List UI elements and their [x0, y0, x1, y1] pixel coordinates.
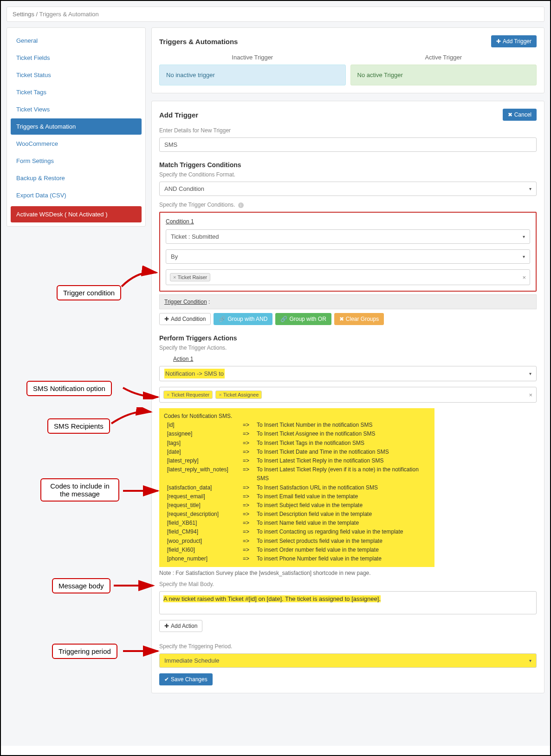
code-name: [field_CM94] — [164, 528, 243, 536]
arrow-text: => — [243, 492, 257, 501]
arrow-icon — [111, 579, 158, 593]
check-icon: ✔ — [164, 676, 169, 683]
arrow-text: => — [243, 510, 257, 519]
code-name: [woo_product] — [164, 537, 243, 546]
triggers-heading: Triggers & Automations — [159, 38, 238, 46]
sidebar-item-ticket-fields[interactable]: Ticket Fields — [11, 50, 142, 66]
triggers-panel: Triggers & Automations ✚ Add Trigger Ina… — [151, 27, 545, 93]
arrow-text: => — [243, 519, 257, 528]
code-row: [tags]=>To Insert Ticket Tags in the not… — [164, 439, 430, 448]
code-desc: To Insert Ticket Assignee in the notific… — [257, 430, 430, 438]
condition-1-field-select[interactable]: Ticket : Submitted — [166, 229, 530, 244]
add-condition-button[interactable]: ✚ Add Condition — [159, 313, 211, 325]
sidebar-item-backup-restore[interactable]: Backup & Restore — [11, 170, 142, 186]
trigger-condition-bar: Trigger Condition : — [159, 294, 537, 309]
sms-codes-reference: Codes for Notification SMS. [id]=>To Ins… — [159, 408, 434, 567]
code-desc: To insert Phone Number field value in th… — [257, 554, 430, 563]
sidebar-item-ticket-tags[interactable]: Ticket Tags — [11, 84, 142, 100]
arrow-text: => — [243, 501, 257, 510]
active-trigger-title: Active Trigger — [350, 54, 537, 61]
tag-remove-icon[interactable]: × — [219, 392, 221, 398]
mail-body-textarea[interactable]: A new ticket raised with Ticket #[id] on… — [159, 591, 537, 614]
condition-1-operator-select[interactable]: By — [166, 249, 530, 264]
link-icon: 🔗 — [219, 316, 226, 322]
code-name: [field_XB61] — [164, 519, 243, 528]
arrow-text: => — [243, 546, 257, 554]
code-desc: To insert Select products field value in… — [257, 537, 430, 546]
clear-icon[interactable]: × — [529, 391, 532, 398]
condition-1-value-input[interactable]: × Ticket Raiser × — [166, 269, 530, 285]
mail-body-label: Specify the Mail Body. — [159, 581, 537, 587]
notification-type-select[interactable]: Notification -> SMS to — [159, 366, 537, 381]
breadcrumb: Settings / Triggers & Automation — [6, 7, 545, 22]
code-name: [request_title] — [164, 501, 243, 510]
tag-remove-icon[interactable]: × — [173, 274, 176, 280]
inactive-trigger-box: No inactive trigger — [159, 65, 346, 85]
code-desc: To insert Order number field value in th… — [257, 546, 430, 554]
add-trigger-heading: Add Trigger — [159, 111, 198, 119]
sidebar-item-ticket-status[interactable]: Ticket Status — [11, 67, 142, 83]
info-icon[interactable]: i — [238, 202, 244, 208]
arrow-icon — [121, 484, 162, 498]
plus-icon: ✚ — [496, 38, 501, 45]
code-name: [tags] — [164, 439, 243, 448]
conditions-format-select[interactable]: AND Condition — [159, 182, 537, 196]
code-row: [field_KI60]=>To insert Order number fie… — [164, 546, 430, 554]
save-changes-button[interactable]: ✔ Save Changes — [159, 673, 213, 685]
code-name: [request_email] — [164, 492, 243, 501]
group-with-and-button[interactable]: 🔗 Group with AND — [214, 313, 272, 325]
code-desc: To insert Contacting us regarding field … — [257, 528, 430, 536]
code-desc: To Insert Latest Ticket Reply (even if i… — [257, 465, 430, 483]
code-name: [id] — [164, 421, 243, 430]
inactive-trigger-title: Inactive Trigger — [159, 54, 346, 61]
tag-remove-icon[interactable]: × — [167, 392, 169, 398]
clear-icon[interactable]: × — [522, 274, 526, 281]
arrow-text: => — [243, 456, 257, 465]
triggering-period-select[interactable]: Immediate Schedule — [159, 653, 537, 668]
code-row: [latest_reply]=>To Insert Latest Ticket … — [164, 456, 430, 465]
code-row: [phone_number]=>To insert Phone Number f… — [164, 554, 430, 563]
arrow-icon — [119, 266, 161, 289]
code-row: [satisfaction_data]=>To Insert Satisfact… — [164, 483, 430, 492]
condition-1-title: Condition 1 — [166, 218, 530, 225]
code-name: [latest_reply_with_notes] — [164, 465, 243, 483]
trigger-actions-label: Specify the Trigger Actions. — [159, 345, 537, 351]
activate-wsdesk-button[interactable]: Activate WSDesk ( Not Activated ) — [11, 206, 142, 222]
sidebar-item-export-data[interactable]: Export Data (CSV) — [11, 187, 142, 203]
tag-ticket-assignee[interactable]: × Ticket Assignee — [215, 391, 262, 399]
tag-ticket-requester[interactable]: × Ticket Requester — [163, 391, 213, 399]
cancel-button[interactable]: ✖ Cancel — [503, 109, 537, 121]
code-row: [field_CM94]=>To insert Contacting us re… — [164, 528, 430, 536]
code-name: [latest_reply] — [164, 456, 243, 465]
code-desc: To Insert Latest Ticket Reply in the not… — [257, 456, 430, 465]
sidebar-item-general[interactable]: General — [11, 33, 142, 49]
arrow-icon — [121, 381, 162, 399]
code-desc: To insert Email field value in the templ… — [257, 492, 430, 501]
add-action-button[interactable]: ✚ Add Action — [159, 620, 202, 632]
sidebar-item-form-settings[interactable]: Form Settings — [11, 153, 142, 169]
active-trigger-box: No active Trigger — [350, 65, 537, 85]
code-desc: To Insert Satisfaction URL in the notifi… — [257, 483, 430, 492]
close-icon: ✖ — [508, 111, 512, 118]
sidebar-item-ticket-views[interactable]: Ticket Views — [11, 101, 142, 117]
sidebar-item-woocommerce[interactable]: WooCommerce — [11, 136, 142, 152]
tag-ticket-raiser[interactable]: × Ticket Raiser — [170, 273, 210, 281]
perform-actions-heading: Perform Triggers Actions — [159, 334, 537, 342]
plus-icon: ✚ — [164, 316, 169, 322]
group-with-or-button[interactable]: 🔗 Group with OR — [275, 313, 331, 325]
details-label: Enter Details for New Trigger — [159, 127, 537, 134]
callout-trigger-condition: Trigger condition — [57, 285, 121, 300]
callout-sms-recipients: SMS Recipients — [47, 418, 110, 434]
close-icon: ✖ — [339, 316, 344, 322]
sidebar-item-triggers-automation[interactable]: Triggers & Automation — [11, 118, 142, 135]
code-row: [request_email]=>To insert Email field v… — [164, 492, 430, 501]
sms-recipients-input[interactable]: × Ticket Requester × Ticket Assignee × — [159, 387, 537, 403]
arrow-text: => — [243, 439, 257, 448]
code-row: [id]=>To Insert Ticket Number in the not… — [164, 421, 430, 430]
clear-groups-button[interactable]: ✖ Clear Groups — [334, 313, 384, 325]
trigger-name-input[interactable] — [159, 137, 537, 152]
add-trigger-button[interactable]: ✚ Add Trigger — [491, 35, 537, 47]
code-name: [date] — [164, 448, 243, 456]
breadcrumb-root[interactable]: Settings — [13, 11, 34, 18]
triggering-period-label: Specify the Triggering Period. — [159, 643, 537, 650]
